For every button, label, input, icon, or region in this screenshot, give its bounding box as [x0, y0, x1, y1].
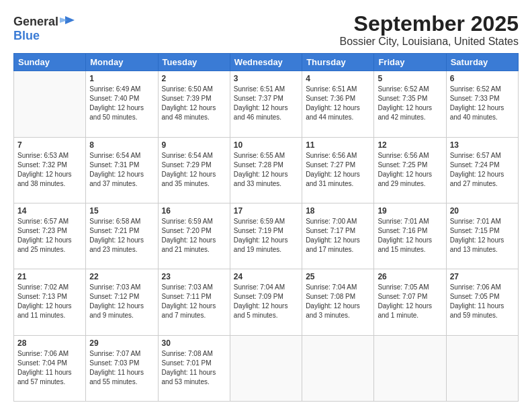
day-info: Sunrise: 6:54 AMSunset: 7:31 PMDaylight:… — [89, 152, 144, 187]
day-number: 28 — [17, 338, 82, 348]
calendar-cell — [14, 71, 86, 137]
weekday-header-monday: Monday — [86, 54, 158, 71]
day-info: Sunrise: 6:51 AMSunset: 7:36 PMDaylight:… — [306, 85, 360, 121]
calendar-cell: 16Sunrise: 6:59 AMSunset: 7:20 PMDayligh… — [158, 203, 230, 269]
calendar-cell: 30Sunrise: 7:08 AMSunset: 7:01 PMDayligh… — [158, 335, 230, 401]
day-number: 16 — [162, 206, 226, 216]
calendar-cell: 28Sunrise: 7:06 AMSunset: 7:04 PMDayligh… — [14, 335, 86, 401]
day-number: 8 — [89, 140, 154, 150]
calendar-cell: 13Sunrise: 6:57 AMSunset: 7:24 PMDayligh… — [446, 137, 518, 203]
calendar-cell: 22Sunrise: 7:03 AMSunset: 7:12 PMDayligh… — [86, 269, 158, 335]
day-number: 21 — [17, 272, 82, 281]
calendar-cell: 24Sunrise: 7:04 AMSunset: 7:09 PMDayligh… — [230, 269, 302, 335]
calendar-cell: 21Sunrise: 7:02 AMSunset: 7:13 PMDayligh… — [14, 269, 86, 335]
calendar-cell: 19Sunrise: 7:01 AMSunset: 7:16 PMDayligh… — [374, 203, 446, 269]
day-info: Sunrise: 7:08 AMSunset: 7:01 PMDaylight:… — [162, 350, 216, 385]
day-info: Sunrise: 6:57 AMSunset: 7:24 PMDaylight:… — [450, 152, 504, 187]
day-info: Sunrise: 6:52 AMSunset: 7:35 PMDaylight:… — [378, 85, 432, 121]
weekday-header-saturday: Saturday — [446, 54, 518, 71]
day-info: Sunrise: 6:58 AMSunset: 7:21 PMDaylight:… — [89, 218, 144, 253]
weekday-header-thursday: Thursday — [302, 54, 374, 71]
day-info: Sunrise: 7:03 AMSunset: 7:11 PMDaylight:… — [162, 283, 216, 319]
day-number: 13 — [450, 140, 515, 150]
day-info: Sunrise: 7:01 AMSunset: 7:15 PMDaylight:… — [450, 218, 504, 253]
calendar-table: SundayMondayTuesdayWednesdayThursdayFrid… — [13, 53, 519, 402]
calendar-cell: 11Sunrise: 6:56 AMSunset: 7:27 PMDayligh… — [302, 137, 374, 203]
day-info: Sunrise: 7:06 AMSunset: 7:04 PMDaylight:… — [17, 350, 72, 385]
calendar-cell: 5Sunrise: 6:52 AMSunset: 7:35 PMDaylight… — [374, 71, 446, 137]
day-number: 9 — [162, 140, 226, 150]
calendar-cell — [374, 335, 446, 401]
day-number: 20 — [450, 206, 515, 216]
day-info: Sunrise: 6:53 AMSunset: 7:32 PMDaylight:… — [17, 152, 72, 187]
day-number: 22 — [89, 272, 154, 281]
day-number: 29 — [89, 338, 154, 348]
day-number: 17 — [234, 206, 298, 216]
day-info: Sunrise: 6:55 AMSunset: 7:28 PMDaylight:… — [234, 152, 288, 187]
calendar-cell: 6Sunrise: 6:52 AMSunset: 7:33 PMDaylight… — [446, 71, 518, 137]
day-info: Sunrise: 6:56 AMSunset: 7:25 PMDaylight:… — [378, 152, 432, 187]
day-number: 4 — [306, 74, 370, 83]
calendar-cell — [446, 335, 518, 401]
calendar-cell: 10Sunrise: 6:55 AMSunset: 7:28 PMDayligh… — [230, 137, 302, 203]
day-number: 26 — [378, 272, 442, 281]
day-info: Sunrise: 7:03 AMSunset: 7:12 PMDaylight:… — [89, 283, 144, 319]
month-title: September 2025 — [340, 12, 519, 36]
calendar-cell: 12Sunrise: 6:56 AMSunset: 7:25 PMDayligh… — [374, 137, 446, 203]
calendar-cell: 17Sunrise: 6:59 AMSunset: 7:19 PMDayligh… — [230, 203, 302, 269]
day-info: Sunrise: 6:59 AMSunset: 7:20 PMDaylight:… — [162, 218, 216, 253]
day-number: 15 — [89, 206, 154, 216]
day-number: 14 — [17, 206, 82, 216]
calendar-cell: 20Sunrise: 7:01 AMSunset: 7:15 PMDayligh… — [446, 203, 518, 269]
day-number: 24 — [234, 272, 298, 281]
day-info: Sunrise: 6:57 AMSunset: 7:23 PMDaylight:… — [17, 218, 72, 253]
day-number: 1 — [89, 74, 154, 83]
day-number: 25 — [306, 272, 370, 281]
day-number: 18 — [306, 206, 370, 216]
day-info: Sunrise: 6:49 AMSunset: 7:40 PMDaylight:… — [89, 85, 144, 121]
calendar-cell — [230, 335, 302, 401]
day-number: 10 — [234, 140, 298, 150]
calendar-cell: 29Sunrise: 7:07 AMSunset: 7:03 PMDayligh… — [86, 335, 158, 401]
calendar-cell: 14Sunrise: 6:57 AMSunset: 7:23 PMDayligh… — [14, 203, 86, 269]
day-number: 5 — [378, 74, 442, 83]
calendar-cell: 27Sunrise: 7:06 AMSunset: 7:05 PMDayligh… — [446, 269, 518, 335]
title-block: September 2025 Bossier City, Louisiana, … — [340, 12, 519, 48]
weekday-header-wednesday: Wednesday — [230, 54, 302, 71]
day-info: Sunrise: 6:50 AMSunset: 7:39 PMDaylight:… — [162, 85, 216, 121]
calendar-cell: 8Sunrise: 6:54 AMSunset: 7:31 PMDaylight… — [86, 137, 158, 203]
day-number: 7 — [17, 140, 82, 150]
logo-blue-text: Blue — [13, 29, 40, 43]
day-number: 2 — [162, 74, 226, 83]
day-number: 6 — [450, 74, 515, 83]
day-number: 27 — [450, 272, 515, 281]
calendar-cell: 25Sunrise: 7:04 AMSunset: 7:08 PMDayligh… — [302, 269, 374, 335]
day-number: 12 — [378, 140, 442, 150]
calendar-cell — [302, 335, 374, 401]
calendar-cell: 18Sunrise: 7:00 AMSunset: 7:17 PMDayligh… — [302, 203, 374, 269]
day-number: 30 — [162, 338, 226, 348]
day-number: 19 — [378, 206, 442, 216]
calendar-cell: 4Sunrise: 6:51 AMSunset: 7:36 PMDaylight… — [302, 71, 374, 137]
day-info: Sunrise: 7:01 AMSunset: 7:16 PMDaylight:… — [378, 218, 432, 253]
day-info: Sunrise: 7:04 AMSunset: 7:08 PMDaylight:… — [306, 283, 360, 319]
weekday-header-friday: Friday — [374, 54, 446, 71]
day-info: Sunrise: 6:54 AMSunset: 7:29 PMDaylight:… — [162, 152, 216, 187]
day-info: Sunrise: 6:51 AMSunset: 7:37 PMDaylight:… — [234, 85, 288, 121]
logo: General Blue — [13, 15, 75, 43]
day-info: Sunrise: 6:52 AMSunset: 7:33 PMDaylight:… — [450, 85, 504, 121]
day-number: 3 — [234, 74, 298, 83]
calendar-cell: 7Sunrise: 6:53 AMSunset: 7:32 PMDaylight… — [14, 137, 86, 203]
day-info: Sunrise: 7:02 AMSunset: 7:13 PMDaylight:… — [17, 283, 72, 319]
calendar-cell: 1Sunrise: 6:49 AMSunset: 7:40 PMDaylight… — [86, 71, 158, 137]
day-info: Sunrise: 7:05 AMSunset: 7:07 PMDaylight:… — [378, 283, 432, 319]
calendar-cell: 15Sunrise: 6:58 AMSunset: 7:21 PMDayligh… — [86, 203, 158, 269]
calendar-cell: 3Sunrise: 6:51 AMSunset: 7:37 PMDaylight… — [230, 71, 302, 137]
day-number: 11 — [306, 140, 370, 150]
calendar-cell: 26Sunrise: 7:05 AMSunset: 7:07 PMDayligh… — [374, 269, 446, 335]
weekday-header-tuesday: Tuesday — [158, 54, 230, 71]
day-number: 23 — [162, 272, 226, 281]
day-info: Sunrise: 6:59 AMSunset: 7:19 PMDaylight:… — [234, 218, 288, 253]
day-info: Sunrise: 7:04 AMSunset: 7:09 PMDaylight:… — [234, 283, 288, 319]
day-info: Sunrise: 7:00 AMSunset: 7:17 PMDaylight:… — [306, 218, 360, 253]
